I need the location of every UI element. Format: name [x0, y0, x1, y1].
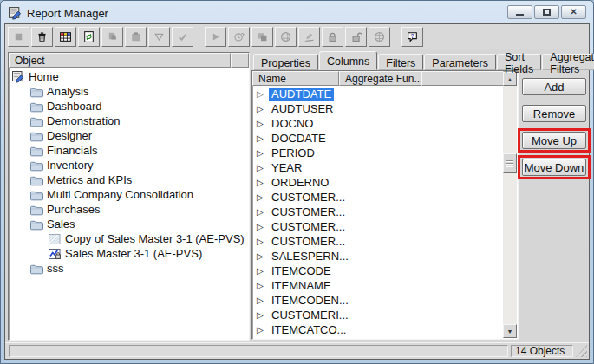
titlebar[interactable]: Report Manager ✕ — [4, 1, 590, 23]
expander-icon[interactable]: ▷ — [257, 193, 269, 202]
tree-item[interactable]: Multi Company Consolidation — [9, 187, 249, 202]
tab-sort-fields[interactable]: Sort Fields — [497, 54, 541, 70]
refresh-report-button[interactable] — [78, 27, 100, 47]
column-row[interactable]: ▷SALESPERN... — [253, 249, 503, 263]
schedule-button[interactable] — [228, 27, 250, 47]
run-button[interactable] — [205, 27, 226, 47]
tab-parameters[interactable]: Parameters — [424, 54, 496, 70]
paste-button[interactable] — [125, 27, 147, 47]
expander-icon[interactable]: ▷ — [257, 223, 269, 231]
tab-filters[interactable]: Filters — [378, 54, 423, 70]
expander-icon[interactable]: ▷ — [257, 208, 269, 217]
folder-icon — [29, 86, 43, 98]
tree-column-header[interactable]: Object — [9, 53, 249, 68]
object-column-header[interactable]: Object — [9, 53, 231, 68]
tree-item[interactable]: sss — [9, 261, 249, 276]
tab-label: Properties — [261, 57, 310, 69]
duplicate-button[interactable] — [251, 27, 273, 47]
highlight-annotation — [518, 128, 591, 153]
help-button[interactable]: ? — [401, 27, 423, 47]
tree-item[interactable]: Home — [9, 69, 249, 84]
column-row[interactable]: ▷PERIOD — [253, 146, 503, 160]
stop-button[interactable] — [8, 27, 29, 47]
expander-icon[interactable]: ▷ — [257, 282, 269, 290]
maximize-button[interactable] — [534, 5, 559, 19]
lock-button[interactable] — [322, 27, 343, 47]
resize-grip[interactable] — [576, 345, 587, 357]
expander-icon[interactable]: ▷ — [257, 179, 269, 187]
tab-label: Sort Fields — [505, 51, 533, 75]
maximize-icon — [543, 9, 551, 16]
expander-icon[interactable]: ▷ — [257, 149, 269, 158]
column-name: ITEMCATCO... — [269, 323, 349, 336]
expander-icon[interactable]: ▷ — [257, 252, 269, 261]
column-name: CUSTOMER... — [269, 191, 348, 204]
expander-icon[interactable]: ▷ — [257, 120, 269, 128]
tree-item-label: Inventory — [47, 159, 93, 172]
tree-item[interactable]: Dashboard — [9, 99, 249, 114]
tab-label: Columns — [327, 55, 369, 68]
column-row[interactable]: ▷CUSTOMER... — [253, 205, 503, 219]
expander-icon[interactable]: ▷ — [257, 267, 269, 276]
expander-icon[interactable]: ▷ — [257, 105, 269, 114]
expander-icon[interactable]: ▷ — [257, 90, 269, 99]
tree-item-label: Demonstration — [47, 114, 121, 127]
tree-item-label: Designer — [47, 129, 92, 142]
tree-item[interactable]: Designer — [9, 128, 249, 143]
tree-item[interactable]: Financials — [9, 143, 249, 158]
column-row[interactable]: ▷DOCNO — [253, 116, 503, 131]
name-column-header[interactable]: Name — [252, 71, 339, 86]
remove-button[interactable]: Remove — [522, 105, 586, 122]
filter-button[interactable] — [148, 27, 170, 47]
scroll-down-icon[interactable]: ▼ — [503, 324, 517, 338]
column-row[interactable]: ▷ITEMNAME — [253, 278, 503, 293]
tree-item[interactable]: Copy of Sales Master 3-1 (AE-PVS) — [9, 231, 249, 246]
add-button[interactable]: Add — [522, 78, 586, 95]
schedule-icon — [232, 30, 245, 43]
tab-properties[interactable]: Properties — [253, 54, 318, 70]
expander-icon[interactable]: ▷ — [257, 134, 269, 143]
tree-item[interactable]: Demonstration — [9, 114, 249, 128]
column-row[interactable]: ▷YEAR — [253, 160, 503, 175]
column-row[interactable]: ▷ORDERNO — [253, 175, 503, 190]
column-name: DOCDATE — [269, 132, 329, 145]
empty-column-header[interactable] — [421, 71, 504, 86]
column-row[interactable]: ▷CUSTOMERI... — [253, 308, 503, 322]
grid-button[interactable] — [55, 27, 76, 47]
delete-button[interactable] — [31, 27, 53, 47]
column-row[interactable]: ▷AUDTDATE — [253, 87, 503, 101]
tree-item[interactable]: Sales — [9, 217, 249, 231]
expander-icon[interactable]: ▷ — [257, 296, 269, 305]
tab-aggregate-filters[interactable]: Aggregate Filters — [542, 54, 594, 70]
column-row[interactable]: ▷CUSTOMER... — [253, 190, 503, 205]
column-row[interactable]: ▷AUDTUSER — [253, 101, 503, 116]
scrollbar-thumb[interactable] — [503, 153, 517, 173]
close-button[interactable]: ✕ — [561, 5, 586, 19]
tab-columns[interactable]: Columns — [319, 51, 377, 70]
tree-item[interactable]: Metrics and KPIs — [9, 172, 249, 187]
column-row[interactable]: ▷ITEMCODEN... — [253, 293, 503, 308]
aggregate-function-column-header[interactable]: Aggregate Fun... — [339, 71, 421, 86]
apply-button[interactable] — [172, 27, 193, 47]
web-button[interactable] — [275, 27, 297, 47]
tree-item[interactable]: Purchases — [9, 202, 249, 217]
vertical-scrollbar[interactable]: ▲ ▼ — [503, 72, 517, 338]
expander-icon[interactable]: ▷ — [257, 326, 269, 335]
column-row[interactable]: ▷ITEMCATCO... — [253, 322, 503, 337]
world-button[interactable] — [369, 27, 390, 47]
tree-item[interactable]: Inventory — [9, 158, 249, 172]
column-row[interactable]: ▷ITEMCODE — [253, 263, 503, 278]
tree-item[interactable]: Sales Master 3-1 (AE-PVS) — [9, 246, 249, 261]
sign-button[interactable] — [298, 27, 320, 47]
minimize-button[interactable] — [507, 5, 532, 19]
expander-icon[interactable]: ▷ — [257, 237, 269, 246]
expander-icon[interactable]: ▷ — [257, 311, 269, 320]
column-row[interactable]: ▷DOCDATE — [253, 131, 503, 146]
column-row[interactable]: ▷CUSTOMER... — [253, 219, 503, 234]
expander-icon[interactable]: ▷ — [257, 164, 269, 172]
unlock-button[interactable] — [345, 27, 367, 47]
column-row[interactable]: ▷CUSTOMER... — [253, 234, 503, 249]
copy-button[interactable] — [101, 27, 123, 47]
object-tree-panel: Object HomeAnalysisDashboardDemonstratio… — [8, 52, 250, 341]
tree-item[interactable]: Analysis — [9, 84, 249, 99]
